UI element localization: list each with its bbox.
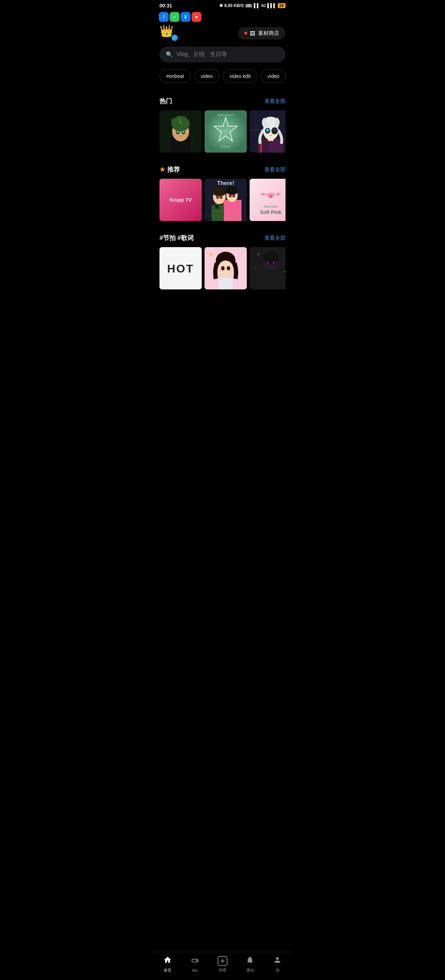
thumb-starfruit[interactable]: Starfruit Core xyxy=(204,110,247,153)
svg-point-57 xyxy=(230,194,231,196)
nav-me-label: 我 xyxy=(276,968,280,973)
hashtag-section-header: #节拍 #歌词 查看全部 xyxy=(160,234,285,242)
svg-point-94 xyxy=(255,268,255,269)
verified-badge: ✓ xyxy=(171,35,178,41)
signal-1: ▌▌ xyxy=(254,3,260,8)
svg-text:Krupp TV: Krupp TV xyxy=(170,197,192,203)
nav-notify-label: 通知 xyxy=(246,968,254,973)
svg-point-50 xyxy=(213,186,226,196)
svg-point-55 xyxy=(220,196,222,198)
svg-point-83 xyxy=(229,270,233,272)
svg-rect-45 xyxy=(212,205,215,209)
app-header: 👑 ✓ 🖼 素材商店 xyxy=(154,24,291,45)
crown-logo: 👑 ✓ xyxy=(160,25,178,41)
thumb-krupp[interactable]: Krupp TV xyxy=(160,179,202,221)
hot-thumbnails: Starfruit Core xyxy=(160,110,285,153)
svg-text:Starfruit: Starfruit xyxy=(218,113,234,117)
tag-video-edit[interactable]: video edit xyxy=(223,70,257,83)
svg-point-89 xyxy=(267,262,269,264)
svg-point-51 xyxy=(226,186,238,195)
me-icon xyxy=(273,956,282,966)
status-bar: 00:31 ✱ 9.00 KB/S HD ▌▌ 5G ▌▌▌ 29 xyxy=(154,0,291,10)
download-icon: ⬇ xyxy=(181,12,190,22)
star-icon: ★ xyxy=(160,166,165,173)
hot-section-header: 热门 查看全部 xyxy=(160,97,285,105)
nav-mix[interactable]: Mix xyxy=(181,956,209,973)
svg-rect-48 xyxy=(224,200,242,221)
nav-mix-label: Mix xyxy=(192,968,198,973)
svg-point-91 xyxy=(273,262,274,264)
search-placeholder: Vlog、介绍、生日等 xyxy=(176,51,227,58)
svg-point-77 xyxy=(218,261,233,277)
recommended-see-all[interactable]: 查看全部 xyxy=(264,166,285,173)
nav-home-label: 首页 xyxy=(164,968,171,973)
thumb-anime-green[interactable] xyxy=(160,110,202,153)
facebook-icon: f xyxy=(159,12,169,22)
app-icons-row: f ✓ ⬇ ♥ xyxy=(159,12,286,22)
hashtag-section-title: #节拍 #歌词 xyxy=(160,234,194,242)
create-icon xyxy=(218,956,227,966)
svg-point-12 xyxy=(177,130,179,133)
status-right: ✱ 9.00 KB/S HD ▌▌ 5G ▌▌▌ 29 xyxy=(219,3,285,8)
svg-point-59 xyxy=(233,194,235,196)
svg-point-87 xyxy=(263,251,279,264)
store-dot xyxy=(244,32,247,35)
nav-home[interactable]: 首页 xyxy=(154,956,181,973)
store-button[interactable]: 🖼 素材商店 xyxy=(238,27,285,40)
svg-text:Fav color: Fav color xyxy=(264,205,278,208)
hashtag-section: #节拍 #歌词 查看全部 HOT xyxy=(154,231,291,295)
5g-badge: 5G xyxy=(261,4,266,8)
store-label: 素材商店 xyxy=(258,30,279,37)
tag-video[interactable]: video xyxy=(194,70,219,83)
recommended-section-header: ★ 推荐 查看全部 xyxy=(160,165,285,174)
thumb-anime-white[interactable] xyxy=(250,110,285,153)
svg-point-95 xyxy=(285,271,285,272)
hd-badge: HD xyxy=(245,4,252,8)
svg-point-93 xyxy=(283,257,283,258)
hot-section-title: 热门 xyxy=(160,97,172,105)
svg-point-62 xyxy=(269,194,272,198)
home-icon xyxy=(163,956,172,966)
green-app-icon: ✓ xyxy=(170,12,179,22)
svg-rect-46 xyxy=(215,205,219,209)
svg-text:✦: ✦ xyxy=(209,251,213,257)
recommended-thumbnails: Krupp TV xyxy=(160,179,285,221)
svg-point-80 xyxy=(222,267,224,269)
search-icon: 🔍 xyxy=(166,51,173,58)
bluetooth-icon: ✱ xyxy=(219,3,223,8)
status-time: 00:31 xyxy=(160,3,172,8)
nav-create[interactable]: 创建 xyxy=(209,956,236,973)
store-icon: 🖼 xyxy=(250,30,255,36)
thumb-dark-music[interactable] xyxy=(250,247,285,290)
thumb-girl-photo[interactable]: ✦ xyxy=(204,247,247,290)
thumb-hot[interactable]: HOT xyxy=(160,247,202,290)
heart-app-icon: ♥ xyxy=(192,12,201,22)
svg-point-53 xyxy=(217,196,218,198)
svg-text:Soft Pink: Soft Pink xyxy=(260,209,282,215)
svg-text:HOT: HOT xyxy=(167,262,194,275)
thumb-soft-pink[interactable]: Fav color Soft Pink xyxy=(250,179,285,221)
tag-video2[interactable]: video xyxy=(261,70,286,83)
nav-notify[interactable]: 通知 xyxy=(236,956,264,973)
hot-section: 热门 查看全部 xyxy=(154,94,291,158)
notify-icon xyxy=(246,956,254,966)
thumb-demon-slayer[interactable]: There! xyxy=(204,179,247,221)
recommended-section: ★ 推荐 查看全部 Krupp TV xyxy=(154,162,291,227)
tag-onbeat[interactable]: #onbeat xyxy=(160,70,191,83)
tags-row: #onbeat video video edit video xyxy=(154,68,291,90)
nav-create-label: 创建 xyxy=(219,967,226,973)
hashtag-see-all[interactable]: 查看全部 xyxy=(264,235,285,242)
bottom-navigation: 首页 Mix 创建 通知 xyxy=(154,952,291,980)
network-speed: 9.00 KB/S xyxy=(224,3,244,8)
svg-point-13 xyxy=(182,130,184,133)
recommended-section-title: ★ 推荐 xyxy=(160,165,180,174)
svg-rect-86 xyxy=(262,270,280,290)
nav-me[interactable]: 我 xyxy=(264,956,291,973)
search-bar[interactable]: 🔍 Vlog、介绍、生日等 xyxy=(160,46,285,62)
search-container: 🔍 Vlog、介绍、生日等 xyxy=(154,45,291,68)
svg-point-92 xyxy=(258,254,259,255)
battery-indicator: 29 xyxy=(278,3,285,8)
hot-see-all[interactable]: 查看全部 xyxy=(264,98,285,105)
svg-point-81 xyxy=(228,267,230,269)
svg-text:Core: Core xyxy=(221,145,230,148)
